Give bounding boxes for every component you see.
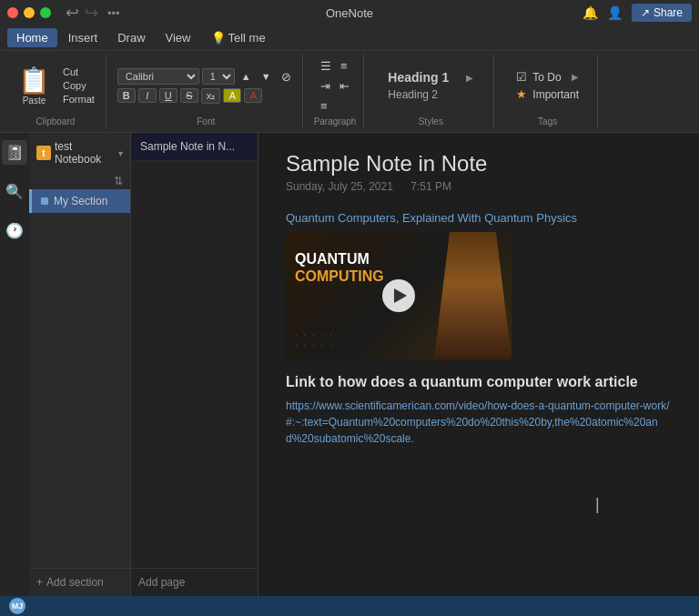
app-title: OneNote	[326, 6, 373, 20]
titlebar: ↩ ↪ ••• OneNote 🔔 👤 ↗ Share	[0, 0, 699, 25]
ribbon: 📋 Paste Cut Copy Format Clipboard Calibr…	[0, 51, 699, 133]
subscript-button[interactable]: x₂	[201, 88, 221, 104]
heading1-style[interactable]: Heading 1 ▶	[380, 68, 481, 86]
font-size-select[interactable]: 11	[202, 68, 235, 85]
clipboard-sub-buttons: Cut Copy Format	[59, 66, 98, 106]
bottombar: MJ	[0, 596, 699, 616]
tags-panel: ☑ To Do ▶ ★ Important	[505, 66, 590, 105]
important-tag[interactable]: ★ Important	[512, 86, 582, 103]
pages-panel: Sample Note in N... Add page	[131, 133, 258, 596]
undo-icon[interactable]: ↩	[66, 3, 79, 23]
tags-label: Tags	[538, 116, 557, 128]
menu-draw[interactable]: Draw	[108, 28, 154, 47]
share-icon: ↗	[641, 6, 650, 19]
section-dot	[41, 197, 48, 205]
font-group: Calibri 11 ▲ ▼ ⊘ B I U S x₂ A A	[110, 55, 303, 128]
user-avatar[interactable]: MJ	[9, 598, 25, 614]
minimize-button[interactable]	[24, 7, 35, 18]
account-icon[interactable]: 👤	[607, 5, 623, 20]
section-label: My Section	[54, 195, 107, 207]
alignment-icon[interactable]: ≡	[317, 97, 331, 115]
sidebar-icons: 📓 🔍 🕐	[0, 133, 29, 596]
font-controls: Calibri 11 ▲ ▼ ⊘ B I U S x₂ A A	[117, 55, 295, 116]
tags-group: ☑ To Do ▶ ★ Important Tags	[498, 55, 598, 128]
strikethrough-button[interactable]: S	[180, 88, 198, 103]
video-title-overlay: QUANTUM COMPUTING	[295, 250, 384, 285]
font-settings: Calibri 11 ▲ ▼ ⊘ B I U S x₂ A A	[117, 68, 295, 104]
todo-tag[interactable]: ☑ To Do ▶	[512, 68, 582, 86]
article-heading: Link to how does a quantum computer work…	[286, 374, 672, 390]
video-title-line2: COMPUTING	[295, 268, 384, 285]
paste-button[interactable]: 📋 Paste	[13, 62, 56, 109]
font-style-row: B I U S x₂ A A	[117, 88, 295, 104]
styles-controls: Heading 1 ▶ Heading 2	[375, 55, 486, 116]
close-button[interactable]	[7, 7, 18, 18]
increase-font-icon[interactable]: ▲	[238, 69, 255, 84]
indent-increase-icon[interactable]: ⇥	[317, 77, 334, 95]
menu-home[interactable]: Home	[7, 28, 57, 47]
list-buttons-row1: ☰ ≡	[317, 57, 353, 75]
titlebar-actions: 🔔 👤 ↗ Share	[582, 4, 692, 22]
styles-panel: Heading 1 ▶ Heading 2	[375, 66, 486, 105]
section-panel: t test Notebook ▾ ⇅ My Section + Add sec…	[29, 133, 131, 596]
video-thumbnail[interactable]: QUANTUM COMPUTING · · · · ·· · · · ·	[286, 232, 512, 359]
highlight-button[interactable]: A	[223, 88, 241, 103]
menu-tell-me[interactable]: 💡 Tell me	[202, 28, 275, 47]
copy-button[interactable]: Copy	[59, 79, 98, 92]
todo-label: To Do	[532, 71, 561, 84]
unordered-list-icon[interactable]: ☰	[317, 57, 335, 75]
add-section-button[interactable]: + Add section	[36, 576, 123, 589]
decrease-font-icon[interactable]: ▼	[258, 69, 275, 84]
dots-pattern: · · · · ·· · · · ·	[295, 330, 334, 350]
video-title-line1: QUANTUM	[295, 250, 384, 268]
add-section-icon: +	[36, 576, 43, 589]
indent-decrease-icon[interactable]: ⇤	[336, 77, 353, 95]
heading1-arrow: ▶	[466, 73, 473, 83]
add-page-button[interactable]: Add page	[138, 576, 185, 589]
page-label: Sample Note in N...	[140, 140, 235, 153]
important-label: Important	[532, 88, 579, 101]
notebooks-icon[interactable]: 📓	[2, 140, 27, 165]
styles-group: Heading 1 ▶ Heading 2 Styles	[368, 55, 494, 128]
note-content[interactable]: Sample Note in Note Sunday, July 25, 202…	[258, 133, 699, 596]
section-item-my-section[interactable]: My Section	[29, 189, 130, 213]
clear-format-icon[interactable]: ⊘	[278, 68, 295, 86]
notification-icon[interactable]: 🔔	[582, 5, 598, 20]
sort-icon[interactable]: ⇅	[114, 175, 123, 187]
notebook-header[interactable]: t test Notebook ▾	[29, 133, 130, 173]
article-link[interactable]: https://www.scientificamerican.com/video…	[286, 398, 672, 447]
redo-icon[interactable]: ↪	[85, 3, 98, 23]
heading2-label: Heading 2	[388, 88, 438, 101]
main-layout: 📓 🔍 🕐 t test Notebook ▾ ⇅ My Section + A…	[0, 133, 699, 596]
italic-button[interactable]: I	[138, 88, 157, 103]
ordered-list-icon[interactable]: ≡	[337, 57, 351, 75]
heading2-style[interactable]: Heading 2	[380, 86, 481, 103]
font-family-row: Calibri 11 ▲ ▼ ⊘	[117, 68, 295, 86]
todo-arrow: ▶	[572, 72, 579, 82]
underline-button[interactable]: U	[159, 88, 177, 103]
font-family-select[interactable]: Calibri	[117, 68, 199, 85]
paragraph-group: ☰ ≡ ⇥ ⇤ ≡ Paragraph	[307, 55, 365, 128]
more-icon[interactable]: •••	[107, 6, 120, 20]
note-title: Sample Note in Note	[286, 151, 672, 177]
format-button[interactable]: Format	[59, 93, 98, 106]
font-color-button[interactable]: A	[244, 88, 262, 103]
pages-footer: Add page	[131, 568, 258, 596]
paragraph-controls: ☰ ≡ ⇥ ⇤ ≡	[317, 55, 353, 116]
play-button[interactable]	[382, 279, 415, 312]
list-buttons-row3: ≡	[317, 97, 353, 115]
quantum-link[interactable]: Quantum Computers, Explained With Quantu…	[286, 211, 672, 225]
page-item-sample-note[interactable]: Sample Note in N...	[131, 133, 258, 161]
menu-view[interactable]: View	[157, 28, 200, 47]
menu-insert[interactable]: Insert	[59, 28, 107, 47]
styles-label: Styles	[419, 116, 443, 128]
recent-icon[interactable]: 🕐	[2, 218, 27, 243]
maximize-button[interactable]	[40, 7, 51, 18]
bold-button[interactable]: B	[117, 88, 136, 103]
cut-button[interactable]: Cut	[59, 66, 98, 78]
tower-graphic	[434, 232, 512, 359]
star-icon: ★	[516, 87, 527, 101]
share-button[interactable]: ↗ Share	[632, 4, 692, 22]
search-icon[interactable]: 🔍	[2, 179, 27, 204]
paragraph-label: Paragraph	[314, 116, 357, 128]
